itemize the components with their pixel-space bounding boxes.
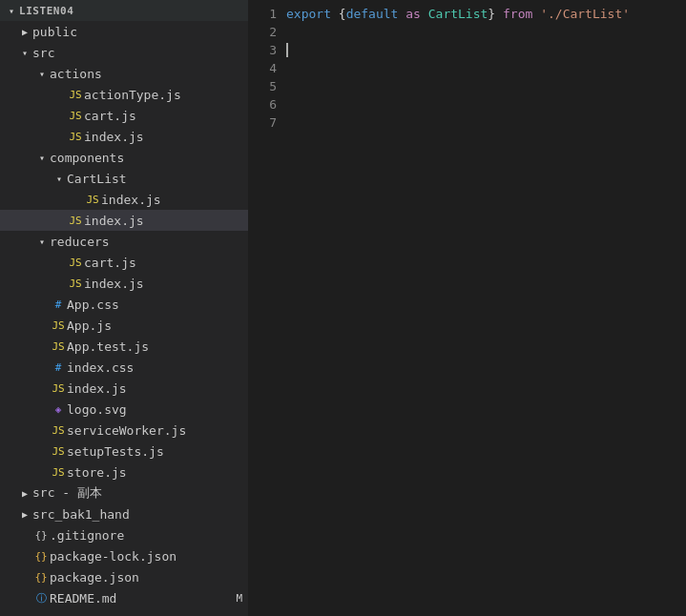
file-label: cart.js <box>84 109 248 123</box>
file-label: App.test.js <box>67 339 248 354</box>
tree-root[interactable]: ▾ LISTEN04 <box>0 0 248 21</box>
string-path: './CartList' <box>540 5 630 23</box>
file-label: index.css <box>67 360 248 375</box>
sidebar-item-actions[interactable]: ▾ actions <box>0 63 248 84</box>
code-content[interactable]: export { default as CartList } from './C… <box>286 4 686 616</box>
sidebar-item-setuptests[interactable]: JS setupTests.js <box>0 441 248 462</box>
sidebar-item-cart-js-actions[interactable]: JS cart.js <box>0 105 248 126</box>
sidebar-item-store-js[interactable]: JS store.js <box>0 462 248 483</box>
arrow-icon: ▾ <box>34 153 50 163</box>
sidebar-item-index-css[interactable]: # index.css <box>0 357 248 378</box>
sidebar-item-src-copy[interactable]: ▶ src - 副本 <box>0 483 248 503</box>
arrow-icon: ▶ <box>17 27 32 37</box>
file-label: App.css <box>67 298 248 312</box>
sidebar-item-index-js-reducers[interactable]: JS index.js <box>0 273 248 294</box>
file-label: index.js <box>101 193 248 207</box>
arrow-icon: ▾ <box>34 236 50 247</box>
file-label: package-lock.json <box>50 549 248 564</box>
sidebar-item-src-bak1[interactable]: ▶ src_bak1_hand <box>0 503 248 524</box>
js-file-icon: JS <box>67 110 84 122</box>
sidebar-item-app-js[interactable]: JS App.js <box>0 315 248 336</box>
js-file-icon: JS <box>50 445 67 458</box>
sidebar-item-actiontype-js[interactable]: JS actionType.js <box>0 84 248 105</box>
file-label: store.js <box>67 465 248 480</box>
sidebar-item-index-js-src[interactable]: JS index.js <box>0 210 248 231</box>
brace-close: } <box>488 5 495 23</box>
readme-file-icon: ⓘ <box>32 591 50 606</box>
file-label: App.js <box>67 318 248 333</box>
file-label: serviceWorker.js <box>67 423 248 438</box>
json-file-icon: {} <box>32 550 50 563</box>
file-label: logo.svg <box>67 402 248 417</box>
sidebar-item-cartlist[interactable]: ▾ CartList <box>0 168 248 189</box>
js-file-icon: JS <box>67 89 84 101</box>
keyword-export: export <box>286 5 331 23</box>
sidebar-item-logo-svg[interactable]: ◈ logo.svg <box>0 399 248 420</box>
sidebar-item-cart-js-reducers[interactable]: JS cart.js <box>0 252 248 273</box>
file-label: README.md <box>50 591 236 606</box>
code-line-3 <box>286 41 686 59</box>
sidebar-item-public[interactable]: ▶ public <box>0 21 248 42</box>
folder-label: src_bak1_hand <box>32 507 248 522</box>
arrow-icon: ▾ <box>4 6 19 16</box>
js-file-icon: JS <box>50 424 67 437</box>
js-file-icon: JS <box>84 194 101 206</box>
sidebar-item-serviceworker[interactable]: JS serviceWorker.js <box>0 420 248 441</box>
sidebar-item-index-js-actions[interactable]: JS index.js <box>0 126 248 147</box>
git-file-icon: {} <box>32 529 50 542</box>
code-line-6 <box>286 95 686 113</box>
arrow-icon: ▾ <box>34 69 50 79</box>
css-file-icon: # <box>50 361 67 374</box>
file-label: index.js <box>84 214 248 228</box>
js-file-icon: JS <box>67 257 84 269</box>
file-label: index.js <box>67 381 248 396</box>
line-numbers: 1 2 3 4 5 6 7 <box>248 4 286 616</box>
arrow-icon: ▶ <box>17 488 32 499</box>
folder-label: public <box>32 25 248 39</box>
code-line-1: export { default as CartList } from './C… <box>286 5 686 23</box>
sidebar-item-components[interactable]: ▾ components <box>0 147 248 168</box>
sidebar-item-readme[interactable]: ⓘ README.md M <box>0 587 248 608</box>
keyword-as: as <box>405 5 421 23</box>
code-line-5 <box>286 77 686 95</box>
file-label: package.json <box>50 570 248 585</box>
js-file-icon: JS <box>50 319 67 332</box>
sidebar-item-package-lock-json[interactable]: {} package-lock.json <box>0 545 248 566</box>
sidebar-item-package-json[interactable]: {} package.json <box>0 566 248 587</box>
sidebar-item-app-test-js[interactable]: JS App.test.js <box>0 336 248 357</box>
sidebar-item-app-css[interactable]: # App.css <box>0 294 248 315</box>
file-label: actionType.js <box>84 88 248 102</box>
js-file-icon: JS <box>50 382 67 395</box>
folder-label: CartList <box>67 172 248 186</box>
code-line-7 <box>286 113 686 132</box>
arrow-icon: ▾ <box>52 174 67 184</box>
folder-label: src - 副本 <box>32 484 248 502</box>
code-editor: 1 2 3 4 5 6 7 export { default as CartLi… <box>248 0 686 616</box>
js-file-icon: JS <box>50 466 67 479</box>
keyword-default: default <box>346 5 399 23</box>
keyword-from: from <box>503 5 532 23</box>
js-file-icon: JS <box>67 277 84 290</box>
sidebar-item-reducers[interactable]: ▾ reducers <box>0 231 248 252</box>
sidebar-item-index-js-cartlist[interactable]: JS index.js <box>0 189 248 210</box>
arrow-icon: ▶ <box>17 509 32 520</box>
identifier-cartlist: CartList <box>428 5 489 23</box>
folder-label: components <box>50 151 248 165</box>
file-label: setupTests.js <box>67 444 248 459</box>
file-label: index.js <box>84 130 248 144</box>
code-line-4 <box>286 59 686 77</box>
svg-file-icon: ◈ <box>50 403 67 416</box>
arrow-icon: ▾ <box>17 48 32 58</box>
file-badge: M <box>236 592 242 605</box>
code-line-2 <box>286 23 686 41</box>
folder-label: reducers <box>50 235 248 249</box>
js-file-icon: JS <box>50 340 67 353</box>
sidebar-item-index-js-root[interactable]: JS index.js <box>0 378 248 399</box>
file-label: index.js <box>84 277 248 291</box>
file-explorer[interactable]: ▾ LISTEN04 ▶ public ▾ src ▾ actions JS a… <box>0 0 248 616</box>
file-label: cart.js <box>84 256 248 270</box>
file-label: .gitignore <box>50 528 248 543</box>
sidebar-item-gitignore[interactable]: {} .gitignore <box>0 524 248 545</box>
sidebar-item-src[interactable]: ▾ src <box>0 42 248 63</box>
js-file-icon: JS <box>67 215 84 227</box>
